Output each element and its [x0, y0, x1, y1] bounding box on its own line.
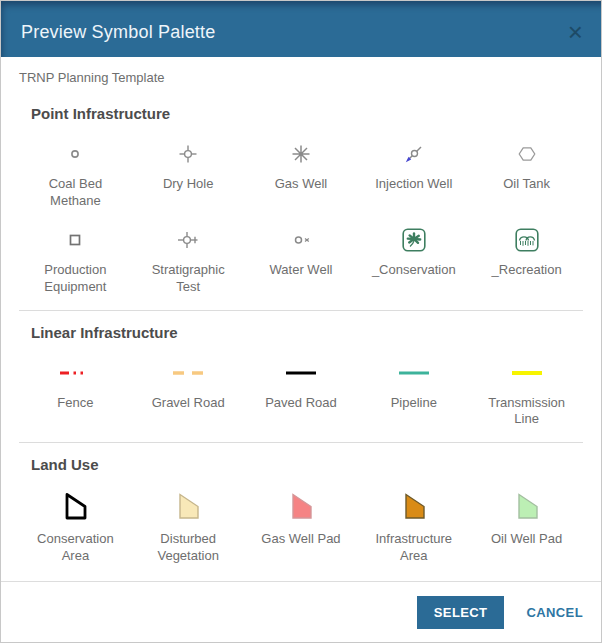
symbol-paved-road[interactable]: Paved Road [245, 355, 358, 429]
select-button[interactable]: SELECT [417, 596, 505, 629]
dry-hole-icon [176, 136, 200, 172]
symbol-dry-hole[interactable]: Dry Hole [132, 136, 245, 210]
injection-well-icon [402, 136, 426, 172]
dialog-footer: SELECT CANCEL [1, 581, 601, 642]
conservation-flower-icon [401, 222, 427, 258]
gravel-road-line-icon [171, 355, 205, 391]
gas-well-icon [289, 136, 313, 172]
symbol-transmission-line[interactable]: Transmission Line [470, 355, 583, 429]
cancel-button[interactable]: CANCEL [526, 605, 583, 620]
symbol-gas-well-pad[interactable]: Gas Well Pad [245, 487, 358, 565]
symbol-coal-bed-methane[interactable]: Coal Bed Methane [19, 136, 132, 210]
linear-infrastructure-grid: Fence Gravel Road Paved Road [1, 355, 601, 429]
coal-bed-methane-icon [63, 136, 87, 172]
template-name: TRNP Planning Template [1, 70, 601, 85]
symbol-conservation-area[interactable]: Conservation Area [19, 487, 132, 565]
symbol-conservation-template[interactable]: _Conservation [357, 222, 470, 296]
recreation-shelter-icon [514, 222, 540, 258]
disturbed-vegetation-polygon-icon [170, 487, 206, 527]
symbol-recreation-template[interactable]: _Recreation [470, 222, 583, 296]
oil-well-pad-polygon-icon [509, 487, 545, 527]
symbol-injection-well[interactable]: Injection Well [357, 136, 470, 210]
symbol-gas-well[interactable]: Gas Well [245, 136, 358, 210]
symbol-disturbed-vegetation[interactable]: Disturbed Vegetation [132, 487, 245, 565]
pipeline-line-icon [397, 355, 431, 391]
close-icon[interactable]: × [566, 19, 585, 45]
production-equipment-icon [63, 222, 87, 258]
oil-tank-icon [515, 136, 539, 172]
dialog-title: Preview Symbol Palette [21, 22, 566, 43]
dialog-body: TRNP Planning Template Point Infrastruct… [1, 57, 601, 581]
symbol-gravel-road[interactable]: Gravel Road [132, 355, 245, 429]
preview-symbol-palette-dialog: Preview Symbol Palette × TRNP Planning T… [0, 0, 602, 643]
symbol-oil-tank[interactable]: Oil Tank [470, 136, 583, 210]
symbol-fence[interactable]: Fence [19, 355, 132, 429]
point-infrastructure-grid: Coal Bed Methane Dry Hole [1, 136, 601, 296]
symbol-production-equipment[interactable]: Production Equipment [19, 222, 132, 296]
symbol-infrastructure-area[interactable]: Infrastructure Area [357, 487, 470, 565]
section-heading-linear-infrastructure: Linear Infrastructure [31, 324, 601, 341]
fence-line-icon [58, 355, 92, 391]
symbol-pipeline[interactable]: Pipeline [357, 355, 470, 429]
symbol-stratigraphic-test[interactable]: Stratigraphic Test [132, 222, 245, 296]
conservation-area-polygon-icon [57, 487, 93, 527]
section-heading-point-infrastructure: Point Infrastructure [31, 105, 601, 122]
transmission-line-icon [510, 355, 544, 391]
dialog-header: Preview Symbol Palette × [1, 1, 601, 57]
land-use-grid: Conservation Area Disturbed Vegetation G… [1, 487, 601, 565]
section-divider [19, 442, 583, 443]
stratigraphic-test-icon [175, 222, 201, 258]
symbol-oil-well-pad[interactable]: Oil Well Pad [470, 487, 583, 565]
symbol-water-well[interactable]: Water Well [245, 222, 358, 296]
paved-road-line-icon [284, 355, 318, 391]
water-well-icon [289, 222, 313, 258]
gas-well-pad-polygon-icon [283, 487, 319, 527]
section-heading-land-use: Land Use [31, 456, 601, 473]
section-divider [19, 310, 583, 311]
infrastructure-area-polygon-icon [396, 487, 432, 527]
